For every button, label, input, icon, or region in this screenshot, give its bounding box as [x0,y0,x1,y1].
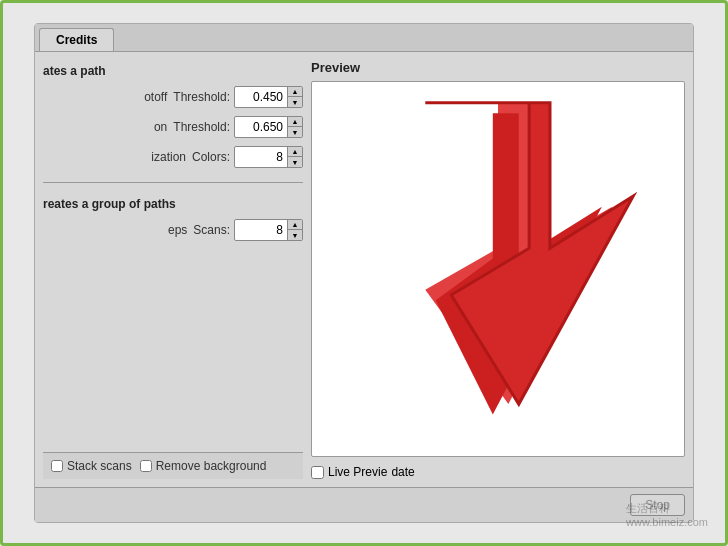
input-cutoff[interactable] [235,88,287,106]
dialog: Credits ates a path otoff Threshold: ▲ ▼ [34,23,694,523]
field-row-cutoff: otoff Threshold: ▲ ▼ [43,86,303,108]
checkbox-stack[interactable]: Stack scans [51,459,132,473]
input-on[interactable] [235,118,287,136]
field-row-scans: eps Scans: ▲ ▼ [43,219,303,241]
spin-up-1[interactable]: ▲ [288,117,302,127]
checkbox-remove-bg-input[interactable] [140,460,152,472]
input-ization[interactable] [235,148,287,166]
spin-0: ▲ ▼ [287,87,302,107]
bottom-checkboxes: Stack scans Remove background [43,452,303,479]
section1-title: ates a path [43,64,303,78]
stop-button[interactable]: Stop [630,494,685,516]
checkbox-remove-bg-label: Remove background [156,459,267,473]
spin-2: ▲ ▼ [287,147,302,167]
field-row-on: on Threshold: ▲ ▼ [43,116,303,138]
spin-down-scans[interactable]: ▼ [288,230,302,240]
input-wrap-1: ▲ ▼ [234,116,303,138]
live-preview-text: Live Previe [328,465,387,479]
section2-title: reates a group of paths [43,197,303,211]
checkbox-stack-input[interactable] [51,460,63,472]
spin-down-2[interactable]: ▼ [288,157,302,167]
threshold-label-2: Colors: [192,150,234,164]
left-panel: ates a path otoff Threshold: ▲ ▼ o [43,60,303,479]
live-preview-label[interactable]: Live Previe date [311,465,415,479]
checkbox-remove-bg[interactable]: Remove background [140,459,267,473]
input-wrap-scans: ▲ ▼ [234,219,303,241]
preview-title: Preview [311,60,685,75]
input-wrap-0: ▲ ▼ [234,86,303,108]
scans-label: Scans: [193,223,234,237]
field-label-on: on [51,120,173,134]
outer-wrapper: Credits ates a path otoff Threshold: ▲ ▼ [0,0,728,546]
tab-credits[interactable]: Credits [39,28,114,51]
spin-up-2[interactable]: ▲ [288,147,302,157]
input-scans[interactable] [235,221,287,239]
spin-up-0[interactable]: ▲ [288,87,302,97]
spacer-left [43,249,303,448]
dialog-bottom: Stop [35,487,693,522]
right-panel: Preview [311,60,685,479]
field-row-ization: ization Colors: ▲ ▼ [43,146,303,168]
preview-bottom-controls: Live Previe date [311,465,685,479]
spin-1: ▲ ▼ [287,117,302,137]
update-text: date [391,465,414,479]
threshold-label-0: Threshold: [173,90,234,104]
threshold-label-1: Threshold: [173,120,234,134]
spin-scans: ▲ ▼ [287,220,302,240]
field-label-cutoff: otoff [51,90,173,104]
spin-up-scans[interactable]: ▲ [288,220,302,230]
red-arrow-graphic [312,82,684,456]
input-wrap-2: ▲ ▼ [234,146,303,168]
section-divider [43,182,303,183]
content-area: ates a path otoff Threshold: ▲ ▼ o [35,52,693,487]
preview-spacer [311,457,685,465]
tab-bar: Credits [35,24,693,52]
live-preview-checkbox[interactable] [311,466,324,479]
preview-area [311,81,685,457]
field-label-scans: eps [51,223,193,237]
field-label-ization: ization [51,150,192,164]
spin-down-0[interactable]: ▼ [288,97,302,107]
checkbox-stack-label: Stack scans [67,459,132,473]
spin-down-1[interactable]: ▼ [288,127,302,137]
